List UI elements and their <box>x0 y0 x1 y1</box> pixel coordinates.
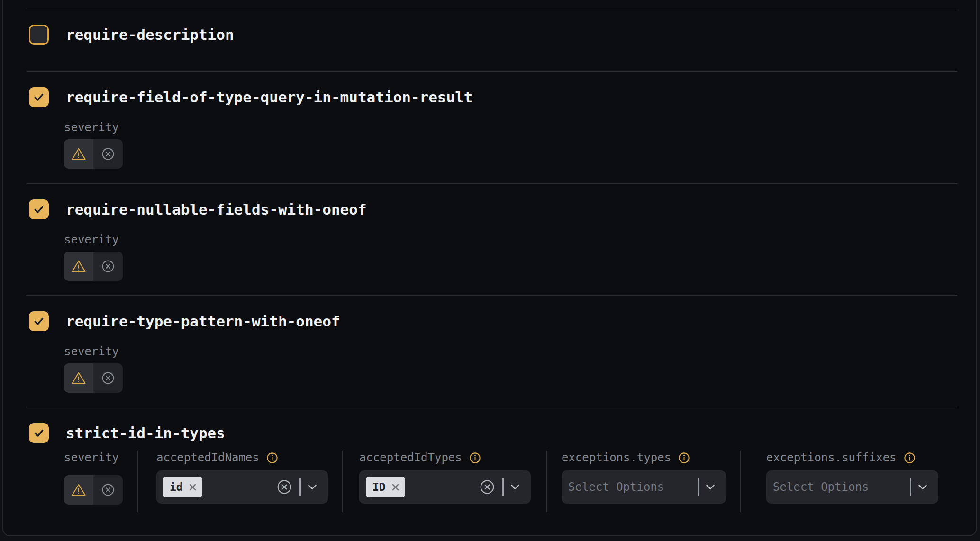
tag-label: id <box>170 481 183 493</box>
dropdown-separator <box>698 478 699 496</box>
dropdown-separator <box>910 478 911 496</box>
info-icon[interactable] <box>903 451 916 464</box>
info-icon[interactable] <box>266 451 279 464</box>
rule-checkbox-checked[interactable] <box>29 311 49 331</box>
multiselect-exceptions-suffixes[interactable]: Select Options <box>766 470 938 504</box>
severity-toggle <box>64 139 123 169</box>
check-icon <box>33 427 45 439</box>
severity-label: severity <box>64 120 957 135</box>
multiselect-acceptedIdTypes[interactable]: ID <box>359 470 531 504</box>
rule-row-require-field-of-type-query-in-mutation-result: require-field-of-type-query-in-mutation-… <box>26 71 957 183</box>
rule-title: require-description <box>66 26 234 43</box>
rule-row-require-nullable-fields-with-oneof: require-nullable-fields-with-oneof sever… <box>26 183 957 295</box>
chevron-down-icon[interactable] <box>510 484 520 490</box>
x-circle-icon <box>101 259 115 273</box>
severity-off-button[interactable] <box>93 139 123 169</box>
severity-warn-button[interactable] <box>64 139 93 169</box>
field-group-acceptedIdNames: acceptedIdNames id <box>156 451 342 504</box>
severity-off-button[interactable] <box>93 475 123 505</box>
chevron-down-icon[interactable] <box>705 484 716 490</box>
severity-toggle <box>64 475 123 505</box>
info-icon[interactable] <box>469 451 481 464</box>
clear-selection-icon[interactable] <box>479 479 495 495</box>
rule-checkbox-checked[interactable] <box>29 87 49 107</box>
severity-off-button[interactable] <box>93 252 123 281</box>
field-label: exceptions.suffixes <box>766 451 897 465</box>
severity-toggle <box>64 252 123 281</box>
rule-checkbox-unchecked[interactable] <box>29 25 49 45</box>
clear-selection-icon[interactable] <box>276 479 292 495</box>
rule-title: strict-id-in-types <box>66 424 225 442</box>
rule-row-require-type-pattern-with-oneof: require-type-pattern-with-oneof severity <box>26 295 957 407</box>
select-placeholder: Select Options <box>773 480 869 494</box>
severity-off-button[interactable] <box>93 363 123 393</box>
field-group-divider <box>137 451 138 512</box>
selected-tag: id <box>163 477 202 497</box>
severity-warn-button[interactable] <box>64 363 93 393</box>
field-group-severity: severity <box>64 451 137 505</box>
field-group-divider <box>342 451 343 512</box>
x-circle-icon <box>101 483 115 497</box>
severity-toggle <box>64 363 123 393</box>
remove-tag-icon[interactable] <box>391 483 399 491</box>
remove-tag-icon[interactable] <box>189 483 197 491</box>
severity-label: severity <box>64 451 119 465</box>
chevron-down-icon[interactable] <box>917 484 928 490</box>
field-group-acceptedIdTypes: acceptedIdTypes ID <box>359 451 546 504</box>
rule-row-require-description: require-description <box>26 9 957 71</box>
warning-triangle-icon <box>71 259 86 273</box>
severity-label: severity <box>64 344 957 359</box>
field-group-exceptions-suffixes: exceptions.suffixes Select Options <box>766 451 938 504</box>
selected-tag: ID <box>366 477 405 497</box>
field-group-divider <box>546 451 547 512</box>
check-icon <box>33 315 45 327</box>
field-group-divider <box>740 451 741 512</box>
field-label: acceptedIdTypes <box>359 451 462 465</box>
multiselect-acceptedIdNames[interactable]: id <box>156 470 328 504</box>
x-circle-icon <box>101 147 115 161</box>
field-label: exceptions.types <box>562 451 671 465</box>
warning-triangle-icon <box>71 483 86 497</box>
chevron-down-icon[interactable] <box>307 484 318 490</box>
tag-label: ID <box>372 481 386 493</box>
warning-triangle-icon <box>71 371 86 385</box>
severity-warn-button[interactable] <box>64 252 93 281</box>
rule-checkbox-checked[interactable] <box>29 423 49 443</box>
field-group-exceptions-types: exceptions.types Select Options <box>562 451 740 504</box>
warning-triangle-icon <box>71 147 86 161</box>
multiselect-exceptions-types[interactable]: Select Options <box>562 470 726 504</box>
check-icon <box>33 203 45 216</box>
rule-title: require-nullable-fields-with-oneof <box>66 201 367 218</box>
rule-row-strict-id-in-types: strict-id-in-types severity <box>26 407 957 535</box>
dropdown-separator <box>299 478 301 496</box>
rules-list: require-description require-field-of-typ… <box>3 9 976 535</box>
severity-label: severity <box>64 233 957 247</box>
field-label: acceptedIdNames <box>156 451 259 465</box>
rule-checkbox-checked[interactable] <box>29 199 49 219</box>
info-icon[interactable] <box>678 451 690 464</box>
check-icon <box>33 91 45 103</box>
severity-warn-button[interactable] <box>64 475 93 505</box>
lint-rules-panel: require-description require-field-of-typ… <box>2 0 977 536</box>
dropdown-separator <box>502 478 504 496</box>
x-circle-icon <box>101 371 115 385</box>
rule-title: require-field-of-type-query-in-mutation-… <box>66 89 473 106</box>
rule-title: require-type-pattern-with-oneof <box>66 313 340 330</box>
select-placeholder: Select Options <box>568 480 664 494</box>
